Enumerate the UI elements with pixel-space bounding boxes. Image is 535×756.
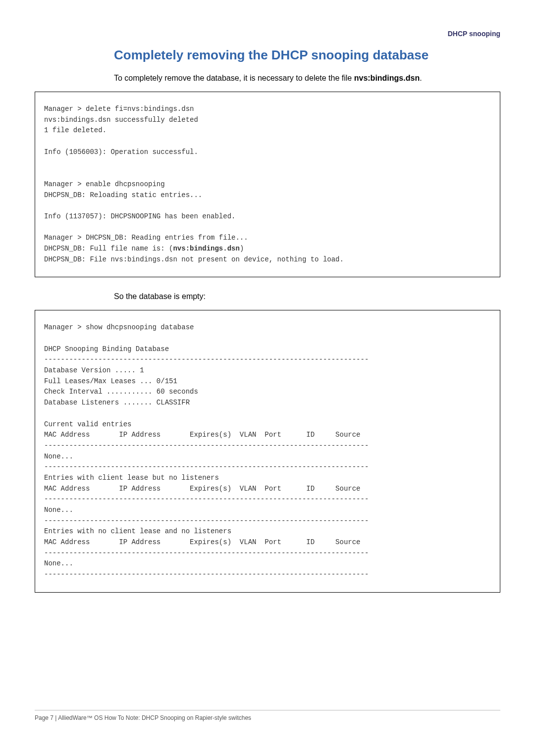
code-line: ----------------------------------------…: [44, 495, 369, 503]
code-line: ----------------------------------------…: [44, 517, 369, 525]
code-line: MAC Address IP Address Expires(s) VLAN P…: [44, 485, 361, 493]
code-line: Entries with no client lease and no list…: [44, 527, 231, 535]
code-line: ----------------------------------------…: [44, 570, 369, 578]
code-line: Info (1056003): Operation successful.: [44, 148, 198, 156]
code-line: Manager > show dhcpsnooping database: [44, 323, 194, 331]
code-line: MAC Address IP Address Expires(s) VLAN P…: [44, 538, 361, 546]
code-line: 1 file deleted.: [44, 126, 107, 134]
intro-suffix: .: [420, 74, 422, 82]
code-line: ----------------------------------------…: [44, 549, 369, 557]
code-line: DHCPSN_DB: Reloading static entries...: [44, 191, 202, 199]
code-line: ----------------------------------------…: [44, 442, 369, 450]
code-line: ): [240, 245, 244, 252]
code-line: Entries with client lease but no listene…: [44, 474, 219, 482]
code-line: Info (1137057): DHCPSNOOPING has been en…: [44, 212, 235, 220]
code-line: None...: [44, 453, 73, 460]
code-line: DHCPSN_DB: File nvs:bindings.dsn not pre…: [44, 255, 344, 263]
code-line: Database Listeners ....... CLASSIFR: [44, 399, 190, 406]
intro-paragraph: To completely remove the database, it is…: [114, 74, 500, 83]
code-line: Database Version ..... 1: [44, 366, 144, 374]
page-header-label: DHCP snooping: [35, 30, 500, 38]
page-footer: Page 7 | AlliedWare™ OS How To Note: DHC…: [35, 710, 500, 721]
code-block-delete: Manager > delete fi=nvs:bindings.dsn nvs…: [35, 92, 500, 277]
code-line: ----------------------------------------…: [44, 355, 369, 363]
intro-filename: nvs:bindings.dsn: [354, 74, 420, 82]
code-line: Manager > DHCPSN_DB: Reading entries fro…: [44, 234, 248, 242]
code-line: Manager > delete fi=nvs:bindings.dsn: [44, 105, 194, 113]
code-line: DHCPSN_DB: Full file name is: (: [44, 245, 173, 252]
code-line: DHCP Snooping Binding Database: [44, 345, 169, 353]
code-filename-bold: nvs:bindings.dsn: [173, 245, 239, 252]
code-line: None...: [44, 506, 73, 514]
footer-text: Page 7 | AlliedWare™ OS How To Note: DHC…: [35, 714, 251, 721]
code-line: MAC Address IP Address Expires(s) VLAN P…: [44, 431, 361, 439]
code-line: nvs:bindings.dsn successfully deleted: [44, 116, 198, 124]
code-line: ----------------------------------------…: [44, 463, 369, 471]
section-title: Completely removing the DHCP snooping da…: [114, 48, 500, 63]
intro-prefix: To completely remove the database, it is…: [114, 74, 354, 82]
code-line: Current valid entries: [44, 420, 131, 428]
code-line: None...: [44, 559, 73, 567]
code-line: Check Interval ........... 60 seconds: [44, 388, 198, 396]
mid-paragraph: So the database is empty:: [114, 292, 500, 301]
code-line: Manager > enable dhcpsnooping: [44, 180, 165, 188]
code-block-show-database: Manager > show dhcpsnooping database DHC…: [35, 310, 500, 593]
code-line: Full Leases/Max Leases ... 0/151: [44, 377, 177, 385]
